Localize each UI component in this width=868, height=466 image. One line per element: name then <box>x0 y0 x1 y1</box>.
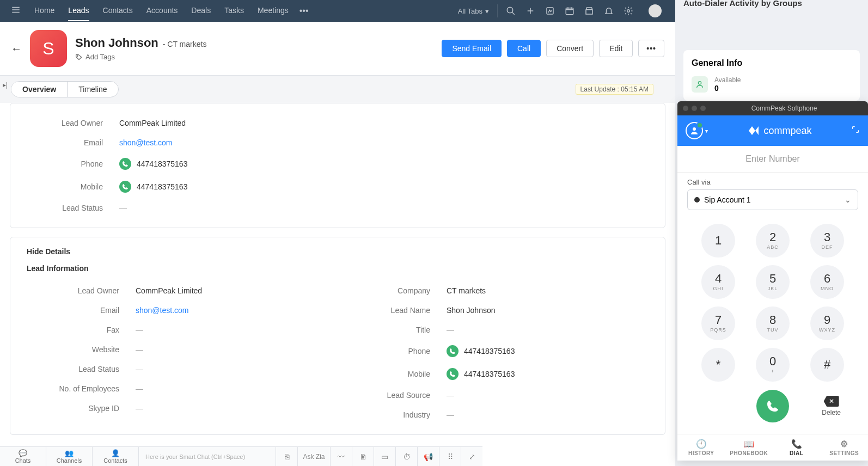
field-value[interactable]: shon@test.com <box>136 306 188 315</box>
detail-row: Lead Source— <box>338 385 649 405</box>
ask-zia-button[interactable]: Ask Zia <box>297 447 330 467</box>
calendar-icon[interactable] <box>565 6 574 16</box>
search-icon[interactable] <box>506 6 516 16</box>
account-name: Sip Account 1 <box>704 195 751 204</box>
softphone-nav-phonebook[interactable]: 📖PHONEBOOK <box>725 434 773 461</box>
sip-account-dropdown[interactable]: Sip Account 1 ⌄ <box>687 189 858 210</box>
details-left-column: Lead OwnerCommPeak LimitedEmailshon@test… <box>27 281 338 425</box>
tab-overview[interactable]: Overview <box>11 82 68 97</box>
fullscreen-icon[interactable] <box>851 125 860 136</box>
softphone-titlebar[interactable]: CommPeak Softphone <box>677 101 868 115</box>
keypad-key-1[interactable]: 1 <box>701 224 735 257</box>
minimize-dot-icon[interactable] <box>692 106 697 111</box>
close-dot-icon[interactable] <box>683 106 688 111</box>
menu-toggle[interactable] <box>5 5 26 17</box>
phone-call-icon[interactable] <box>447 345 459 357</box>
svg-point-3 <box>627 10 630 13</box>
softphone-nav-settings[interactable]: ⚙SETTINGS <box>821 434 869 461</box>
maximize-dot-icon[interactable] <box>700 106 706 111</box>
nav-more-icon[interactable]: ••• <box>299 6 309 16</box>
detail-row: Industry— <box>338 405 649 425</box>
keypad-key-4[interactable]: 4GHI <box>701 265 735 299</box>
phone-call-icon[interactable] <box>447 368 459 380</box>
keypad-key-3[interactable]: 3DEF <box>810 224 844 257</box>
all-tabs-label: All Tabs <box>458 7 482 15</box>
number-input[interactable]: Enter Number <box>677 146 868 173</box>
nav-tab-tasks[interactable]: Tasks <box>224 1 244 21</box>
email-link[interactable]: shon@test.com <box>119 138 172 147</box>
expand-handle-icon[interactable]: ▸| <box>3 81 8 89</box>
available-value: 0 <box>714 84 741 93</box>
dial-call-button[interactable] <box>756 390 789 422</box>
doc-icon[interactable]: 🗎 <box>352 447 374 467</box>
screen-icon[interactable]: ▭ <box>374 447 395 467</box>
bottom-tab-chats[interactable]: 💬Chats <box>0 447 46 466</box>
detail-row: Mobile447418375163 <box>338 363 649 385</box>
softphone-window: CommPeak Softphone ▾ commpeak Enter Numb… <box>677 101 868 461</box>
add-tags-label: Add Tags <box>85 53 115 61</box>
keypad-key-*[interactable]: * <box>701 348 735 382</box>
attach-icon[interactable]: ⎘ <box>276 447 297 467</box>
header-actions: Send Email Call Convert Edit ••• <box>442 40 664 57</box>
bell-icon[interactable] <box>604 6 614 16</box>
more-actions-button[interactable]: ••• <box>638 40 664 57</box>
nav-tab-leads[interactable]: Leads <box>68 1 89 21</box>
field-label: Lead Source <box>338 391 447 400</box>
details-right-column: CompanyCT marketsLead NameShon JohnsonTi… <box>338 281 649 425</box>
softphone-nav-history[interactable]: 🕘HISTORY <box>677 434 725 461</box>
bottom-tab-contacts[interactable]: 👤Contacts <box>93 447 139 466</box>
lead-owner-value: CommPeak Limited <box>119 119 186 127</box>
top-nav: Home Leads Contacts Accounts Deals Tasks… <box>0 0 675 22</box>
all-tabs-dropdown[interactable]: All Tabs ▾ <box>450 4 498 17</box>
nav-tab-home[interactable]: Home <box>34 1 54 21</box>
keypad-key-0[interactable]: 0+ <box>756 348 790 382</box>
smart-chat-input[interactable]: Here is your Smart Chat (Ctrl+Space) <box>139 453 276 460</box>
detail-row: Phone447418375163 <box>338 340 649 363</box>
edit-button[interactable]: Edit <box>599 40 633 57</box>
user-avatar[interactable] <box>649 4 662 17</box>
field-label: Fax <box>27 326 136 334</box>
signal-icon[interactable] <box>545 6 555 16</box>
marketplace-icon[interactable] <box>584 6 594 16</box>
back-arrow-icon[interactable]: ← <box>11 42 22 55</box>
softphone-nav-dial[interactable]: 📞DIAL <box>773 434 821 461</box>
call-button[interactable]: Call <box>507 40 541 57</box>
nav-tab-deals[interactable]: Deals <box>191 1 211 21</box>
wave-icon[interactable]: 〰 <box>330 447 352 467</box>
lead-company-suffix: - CT markets <box>163 40 207 48</box>
phone-call-icon[interactable] <box>119 181 131 193</box>
plus-icon[interactable] <box>525 6 535 16</box>
gear-icon[interactable] <box>624 6 633 16</box>
phone-value: 447418375163 <box>119 158 187 170</box>
tab-timeline[interactable]: Timeline <box>68 82 118 97</box>
general-info-title: General Info <box>692 58 852 68</box>
send-email-button[interactable]: Send Email <box>442 40 502 57</box>
phone-call-icon[interactable] <box>119 158 131 170</box>
detail-row: CompanyCT markets <box>338 281 649 301</box>
keypad-key-#[interactable]: # <box>810 348 844 382</box>
traffic-lights <box>683 106 706 111</box>
keypad-key-2[interactable]: 2ABC <box>756 224 790 257</box>
megaphone-icon[interactable]: 📢 <box>417 447 439 467</box>
field-label: Phone <box>338 347 447 355</box>
convert-button[interactable]: Convert <box>546 40 594 57</box>
delete-label: Delete <box>822 409 841 416</box>
expand-icon[interactable]: ⤢ <box>461 447 482 467</box>
field-value: CT markets <box>447 286 486 295</box>
keypad-key-7[interactable]: 7PQRS <box>701 306 735 340</box>
nav-tab-accounts[interactable]: Accounts <box>146 1 178 21</box>
bottom-tab-channels[interactable]: 👥Channels <box>46 447 93 466</box>
keypad-key-8[interactable]: 8TUV <box>756 306 790 340</box>
keypad-key-6[interactable]: 6MNO <box>810 265 844 299</box>
keypad-key-9[interactable]: 9WXYZ <box>810 306 844 340</box>
hide-details-toggle[interactable]: Hide Details <box>27 247 649 256</box>
delete-button[interactable]: ✕ Delete <box>822 396 841 416</box>
add-tags-button[interactable]: Add Tags <box>75 53 206 61</box>
nav-tab-meetings[interactable]: Meetings <box>258 1 289 21</box>
keypad-key-5[interactable]: 5JKL <box>756 265 790 299</box>
nav-tab-contacts[interactable]: Contacts <box>103 1 133 21</box>
chevron-down-icon: ⌄ <box>845 195 851 204</box>
grid-icon[interactable]: ⠿ <box>439 447 461 467</box>
clock-icon[interactable]: ⏱ <box>395 447 417 467</box>
softphone-user-menu[interactable] <box>686 122 703 139</box>
